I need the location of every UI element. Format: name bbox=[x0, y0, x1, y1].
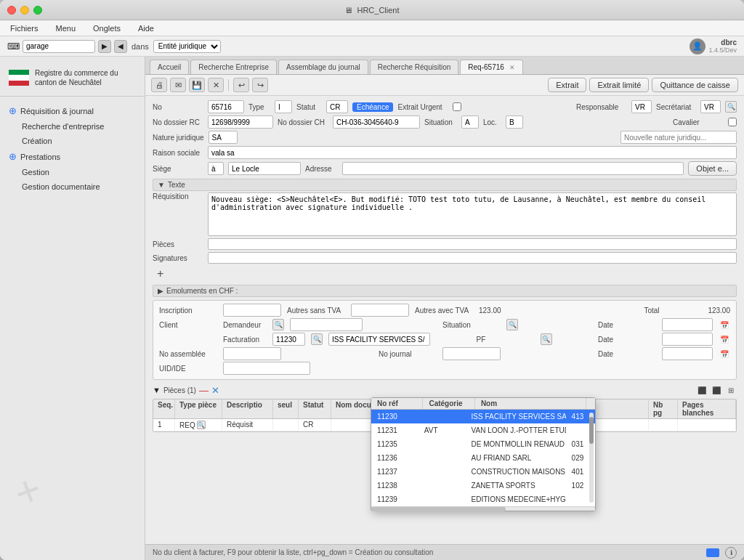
responsable-input[interactable] bbox=[631, 100, 652, 113]
email-button[interactable]: ✉ bbox=[170, 78, 186, 92]
raison-sociale-input[interactable] bbox=[208, 146, 737, 159]
autres-sans-tva-input[interactable] bbox=[351, 304, 409, 317]
menu-aide[interactable]: Aide bbox=[134, 23, 158, 34]
facturation-id-input[interactable] bbox=[272, 333, 305, 346]
extrait-button[interactable]: Extrait bbox=[548, 78, 586, 92]
tab-close-icon[interactable]: ✕ bbox=[509, 64, 515, 71]
pieces-input[interactable] bbox=[208, 238, 737, 250]
dropdown-row-2[interactable]: 11235 DE MONTMOLLIN RENAUD - IRMA 031 bbox=[371, 437, 595, 451]
redo-button[interactable]: ↪ bbox=[252, 78, 268, 92]
secretariat-label: Secrétariat bbox=[656, 103, 696, 111]
dropdown-row-3[interactable]: 11236 AU FRIAND SARL 029 bbox=[371, 451, 595, 465]
tab-req-65716[interactable]: Req-65716 ✕ bbox=[460, 60, 522, 74]
search-next-btn[interactable]: ▶ bbox=[98, 40, 111, 53]
no-assemblee-input[interactable] bbox=[223, 347, 281, 360]
statut-input[interactable] bbox=[326, 100, 348, 113]
signatures-input[interactable] bbox=[208, 252, 737, 264]
no-journal-input[interactable] bbox=[442, 347, 501, 360]
situation-search-btn[interactable]: 🔍 bbox=[506, 319, 518, 330]
menu-menu[interactable]: Menu bbox=[52, 23, 81, 34]
pieces-icon-3[interactable]: ⊞ bbox=[725, 384, 737, 396]
dropdown-row-4[interactable]: 11237 CONSTRUCTION MAISONS LOCATIVES 401 bbox=[371, 465, 595, 479]
dropdown-row-6[interactable]: 11239 EDITIONS MEDECINE+HYGIENE bbox=[371, 492, 595, 506]
info-button[interactable]: ℹ bbox=[725, 547, 737, 559]
requisition-textarea[interactable]: Nouveau siège: <S>Neuchâtel<E>. But modi… bbox=[208, 192, 737, 236]
search-input[interactable] bbox=[23, 40, 95, 53]
extrait-urgent-label: Extrait Urgent bbox=[397, 103, 448, 111]
add-button[interactable]: + bbox=[153, 266, 737, 282]
tab-accueil[interactable]: Accueil bbox=[150, 60, 189, 74]
siege-city-input[interactable] bbox=[228, 162, 301, 175]
sidebar-item-gestion-doc[interactable]: Gestion documentaire bbox=[0, 179, 145, 194]
secretariat-search-btn[interactable]: 🔍 bbox=[725, 101, 737, 113]
dropdown-row-5[interactable]: 11238 ZANETTA SPORTS 102 bbox=[371, 479, 595, 492]
extrait-limite-button[interactable]: Extrait limité bbox=[589, 78, 649, 92]
calendar-facturation-icon[interactable]: 📅 bbox=[719, 333, 730, 345]
cavalier-checkbox[interactable] bbox=[728, 118, 737, 126]
print-button[interactable]: 🖨 bbox=[151, 78, 167, 92]
maximize-button[interactable] bbox=[33, 6, 42, 15]
sidebar-item-gestion[interactable]: Gestion bbox=[0, 165, 145, 179]
no-dossier-ch-input[interactable] bbox=[333, 115, 420, 129]
extrait-urgent-checkbox[interactable] bbox=[453, 102, 461, 111]
siege-a-input[interactable] bbox=[208, 162, 224, 175]
undo-button[interactable]: ↩ bbox=[233, 78, 249, 92]
pieces-add-icon[interactable]: ✕ bbox=[211, 385, 219, 396]
sidebar-item-requisition[interactable]: ⊕ Réquisition & journal bbox=[0, 102, 145, 119]
dropdown-row-0[interactable]: 11230 ISS FACILITY SERVICES SA 413 bbox=[371, 410, 595, 423]
quittance-button[interactable]: Quittance de caisse bbox=[652, 78, 738, 92]
autres-avec-tva-label: Autres avec TVA bbox=[415, 307, 473, 315]
dropdown-td-nom-0: ISS FACILITY SERVICES SA bbox=[466, 411, 566, 422]
menu-fichiers[interactable]: Fichiers bbox=[6, 23, 43, 34]
total-label: Total bbox=[644, 307, 702, 315]
inscription-input[interactable] bbox=[223, 304, 281, 317]
texte-section-header[interactable]: ▼ Texte bbox=[153, 179, 737, 191]
menu-onglets[interactable]: Onglets bbox=[89, 23, 125, 34]
sidebar-item-prestations[interactable]: ⊕ Prestations bbox=[0, 148, 145, 165]
pieces-remove-icon[interactable]: — bbox=[199, 385, 209, 396]
nature-juridique-input[interactable] bbox=[209, 131, 238, 144]
form-row-4: Raison sociale bbox=[153, 146, 737, 159]
type-search-btn[interactable]: 🔍 bbox=[197, 421, 206, 429]
situation-pf-search-btn[interactable]: 🔍 bbox=[541, 333, 552, 345]
demandeur-input[interactable] bbox=[290, 318, 363, 331]
dropdown-scrollbar-vertical[interactable] bbox=[589, 413, 594, 503]
user-info: 👤 dbrc 1.4.5/Dev bbox=[690, 38, 737, 54]
tab-recherche-req[interactable]: Recherche Réquisition bbox=[370, 60, 459, 74]
close-button[interactable] bbox=[7, 6, 16, 15]
date-demandeur-input[interactable] bbox=[662, 318, 713, 331]
objet-button[interactable]: Objet e... bbox=[688, 161, 737, 176]
type-input[interactable] bbox=[275, 100, 292, 113]
plus-icon: ⊕ bbox=[9, 105, 17, 116]
emoluments-section-header[interactable]: ▶ Emoluments en CHF : bbox=[153, 285, 737, 297]
dropdown-scrollbar-area bbox=[371, 506, 595, 511]
tab-assemblage[interactable]: Assemblage du journal bbox=[278, 60, 368, 74]
facturation-search-btn[interactable]: 🔍 bbox=[311, 333, 323, 345]
situation-input[interactable] bbox=[461, 115, 479, 129]
adresse-input[interactable] bbox=[342, 162, 684, 175]
uid-ide-input[interactable] bbox=[223, 362, 310, 375]
minimize-button[interactable] bbox=[20, 6, 29, 15]
dropdown-row-1[interactable]: 11231 AVT VAN LOON J.-POTTER ETUDE bbox=[371, 423, 595, 437]
no-dossier-rc-input[interactable] bbox=[208, 115, 273, 129]
nouvelle-nature-input[interactable] bbox=[620, 131, 737, 144]
secretariat-input[interactable] bbox=[700, 100, 721, 113]
entity-select[interactable]: Entité juridique bbox=[153, 40, 221, 53]
dropdown-td-nom-2: DE MONTMOLLIN RENAUD - IRMA bbox=[466, 439, 566, 450]
pieces-icon-2[interactable]: ⬛ bbox=[711, 384, 722, 396]
save-button[interactable]: 💾 bbox=[189, 78, 205, 92]
calendar-assemblee-icon[interactable]: 📅 bbox=[719, 348, 730, 360]
date-assemblee-input[interactable] bbox=[662, 347, 713, 360]
facturation-name-input[interactable] bbox=[328, 333, 430, 346]
no-input[interactable] bbox=[208, 100, 244, 113]
date-facturation-input[interactable] bbox=[662, 333, 713, 346]
delete-button[interactable]: ✕ bbox=[208, 78, 224, 92]
search-prev-btn[interactable]: ◀ bbox=[114, 40, 127, 53]
sidebar-item-recherche[interactable]: Recherche d'entreprise bbox=[0, 119, 145, 134]
demandeur-search-btn[interactable]: 🔍 bbox=[272, 319, 284, 330]
tab-recherche-entreprise[interactable]: Recherche Entreprise bbox=[190, 60, 277, 74]
loc-input[interactable] bbox=[506, 115, 523, 129]
sidebar-item-creation[interactable]: Création bbox=[0, 134, 145, 148]
calendar-demandeur-icon[interactable]: 📅 bbox=[719, 319, 730, 330]
pieces-icon-1[interactable]: ⬛ bbox=[696, 384, 708, 396]
